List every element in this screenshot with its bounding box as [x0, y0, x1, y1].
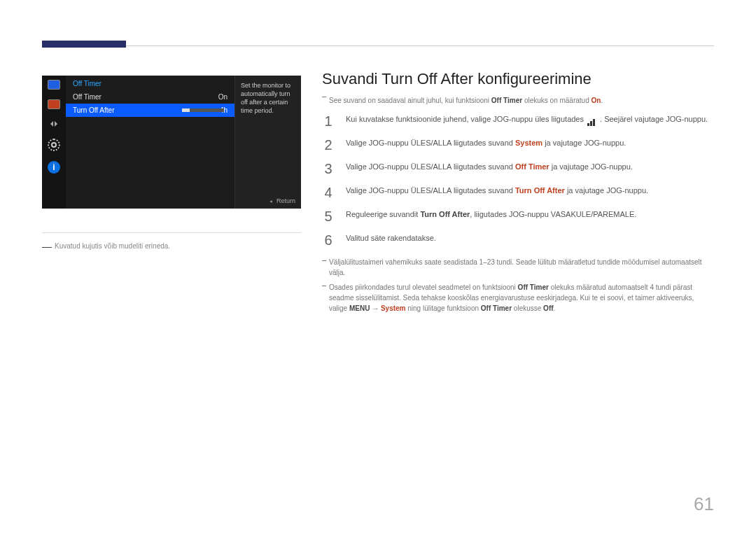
step-text: Valitud säte rakendatakse.: [346, 233, 436, 247]
figure-separator: [42, 232, 301, 233]
step-text: Valige JOG-nuppu ÜLES/ALLA liigutades su…: [346, 185, 648, 199]
offtimer-label: Off Timer: [515, 162, 550, 171]
chapter-color-bar: [42, 41, 126, 48]
steps-list: 1 Kui kuvatakse funktsioonide juhend, va…: [322, 114, 714, 247]
availability-note: See suvand on saadaval ainult juhul, kui…: [322, 97, 714, 104]
osd-turnoff-label: Turn Off After: [73, 106, 114, 114]
osd-side-hint: Set the monitor to automatically turn of…: [234, 76, 301, 209]
step-6: 6 Valitud säte rakendatakse.: [322, 233, 714, 247]
arrows-icon: [48, 119, 60, 129]
page-number: 61: [694, 495, 714, 513]
osd-slider-fill: [182, 108, 190, 112]
system-label: System: [515, 139, 542, 147]
osd-main-panel: Off Timer Off Timer On Turn Off After 4h…: [66, 76, 234, 209]
header-divider: [126, 45, 714, 46]
note-offtimer: Off Timer: [491, 97, 522, 104]
step-1: 1 Kui kuvatakse funktsioonide juhend, va…: [322, 114, 714, 128]
page-title: Suvandi Turn Off After konfigureerimine: [322, 70, 714, 88]
text: .: [554, 304, 556, 312]
turnoffafter-label: Turn Off After: [515, 186, 565, 195]
text: Valige JOG-nuppu ÜLES/ALLA liigutades su…: [346, 139, 515, 147]
figure-caption-text: Kuvatud kujutis võib mudeliti erineda.: [55, 242, 170, 250]
text: , liigutades JOG-nuppu VASAKULE/PAREMALE…: [470, 210, 636, 218]
text: ja vajutage JOG-nuppu.: [565, 186, 648, 195]
menu-bars-icon: [587, 115, 598, 122]
screen-icon: [48, 80, 60, 90]
step-3: 3 Valige JOG-nuppu ÜLES/ALLA liigutades …: [322, 162, 714, 176]
osd-screenshot: i Off Timer Off Timer On Turn Off After …: [42, 76, 301, 209]
step-text: Reguleerige suvandit Turn Off After, lii…: [346, 209, 636, 223]
footnote-1: Väljalülitustaimeri vahemikuks saate sea…: [322, 257, 714, 278]
note-text: .: [601, 97, 603, 104]
text: Valige JOG-nuppu ÜLES/ALLA liigutades su…: [346, 186, 515, 195]
osd-slider-track: [182, 108, 224, 112]
note-text: See suvand on saadaval ainult juhul, kui…: [329, 97, 491, 104]
text: ja vajutage JOG-nuppu.: [542, 139, 626, 147]
text: Reguleerige suvandit: [346, 210, 420, 218]
arrow: →: [370, 304, 381, 312]
note-text: olekuks on määratud: [522, 97, 591, 104]
osd-offtimer-value: On: [218, 93, 227, 101]
system-label: System: [381, 304, 406, 312]
footnotes: Väljalülitustaimeri vahemikuks saate sea…: [322, 257, 714, 314]
osd-section-title: Off Timer: [66, 76, 234, 90]
step-number: 5: [322, 209, 335, 223]
picture-icon: [48, 99, 60, 109]
offtimer-label: Off Timer: [518, 283, 549, 291]
figure-caption: ―Kuvatud kujutis võib mudeliti erineda.: [42, 241, 170, 252]
offtimer-label: Off Timer: [481, 304, 512, 312]
footnote-2: Osades piirkondades turul olevatel seadm…: [322, 282, 714, 314]
menu-label: MENU: [349, 304, 370, 312]
step-text: Kui kuvatakse funktsioonide juhend, vali…: [346, 114, 708, 128]
step-number: 1: [322, 114, 335, 128]
osd-row-offtimer: Off Timer On: [66, 90, 234, 104]
step-text: Valige JOG-nuppu ÜLES/ALLA liigutades su…: [346, 162, 633, 176]
off-label: Off: [543, 304, 553, 312]
step-number: 6: [322, 233, 335, 247]
step-2: 2 Valige JOG-nuppu ÜLES/ALLA liigutades …: [322, 138, 714, 152]
osd-offtimer-label: Off Timer: [73, 93, 102, 101]
text: . Seejärel vajutage JOG-nuppu.: [600, 115, 708, 123]
step-5: 5 Reguleerige suvandit Turn Off After, l…: [322, 209, 714, 223]
turnoffafter-label: Turn Off After: [420, 210, 470, 218]
step-4: 4 Valige JOG-nuppu ÜLES/ALLA liigutades …: [322, 185, 714, 199]
text: ning lülitage funktsioon: [406, 304, 481, 312]
text: olekusse: [512, 304, 543, 312]
step-number: 3: [322, 162, 335, 176]
text: ja vajutage JOG-nuppu.: [550, 162, 633, 171]
text: Osades piirkondades turul olevatel seadm…: [329, 283, 518, 291]
text: Kui kuvatakse funktsioonide juhend, vali…: [346, 115, 586, 123]
osd-nav-icons: i: [42, 76, 66, 209]
note-on-value: On: [592, 97, 601, 104]
text: Valige JOG-nuppu ÜLES/ALLA liigutades su…: [346, 162, 515, 171]
osd-return-hint: Return: [270, 197, 295, 204]
main-content: Suvandi Turn Off After konfigureerimine …: [322, 70, 714, 318]
gear-icon: [48, 139, 60, 151]
step-number: 4: [322, 185, 335, 199]
info-icon: i: [48, 161, 60, 174]
step-number: 2: [322, 138, 335, 152]
step-text: Valige JOG-nuppu ÜLES/ALLA liigutades su…: [346, 138, 626, 152]
